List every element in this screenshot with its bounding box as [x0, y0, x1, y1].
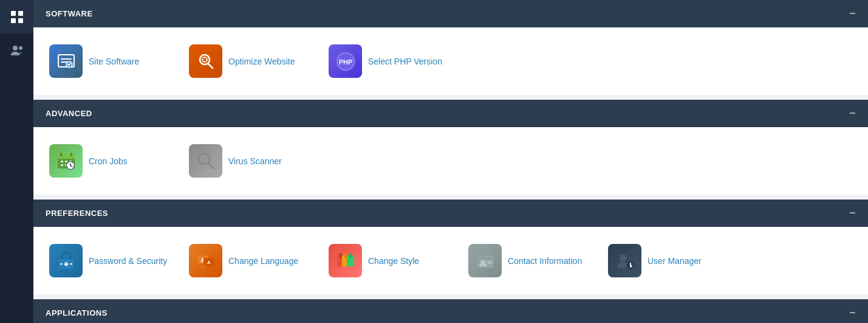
advanced-header[interactable]: ADVANCED −: [33, 100, 868, 127]
applications-section: APPLICATIONS − W WordPress Manager: [33, 299, 868, 323]
user-manager-label: User Manager: [648, 256, 702, 266]
main-content: SOFTWARE − Site Software: [33, 0, 868, 323]
select-php-label: Select PHP Version: [368, 57, 442, 66]
svg-point-4: [13, 46, 18, 50]
site-software-label: Site Software: [89, 57, 139, 66]
advanced-collapse-icon: −: [849, 107, 856, 120]
svg-text:PHP: PHP: [338, 58, 352, 66]
change-style-item[interactable]: Change Style: [325, 239, 459, 282]
svg-rect-50: [340, 253, 342, 258]
applications-collapse-icon: −: [849, 307, 856, 319]
svg-rect-22: [61, 161, 63, 162]
change-language-label: Change Language: [228, 256, 298, 266]
svg-point-59: [620, 254, 627, 262]
site-software-icon: [49, 44, 83, 78]
language-icon: あ A: [189, 244, 222, 277]
svg-rect-20: [60, 153, 62, 156]
svg-rect-3: [18, 18, 23, 23]
advanced-title: ADVANCED: [46, 109, 92, 118]
svg-text:***: ***: [64, 262, 67, 265]
software-header[interactable]: SOFTWARE −: [33, 0, 868, 27]
contact-information-label: Contact Information: [508, 256, 582, 266]
contact-icon: [468, 244, 502, 277]
advanced-section: ADVANCED −: [33, 100, 868, 195]
virus-scanner-item[interactable]: Virus Scanner: [185, 139, 319, 182]
optimize-website-label: Optimize Website: [228, 57, 295, 66]
preferences-body: *** Password & Security あ A Change Langu…: [33, 227, 868, 294]
preferences-collapse-icon: −: [849, 207, 856, 220]
password-security-label: Password & Security: [89, 256, 167, 266]
svg-rect-52: [349, 253, 352, 258]
advanced-body: Cron Jobs Virus Scanner: [33, 127, 868, 195]
site-software-item[interactable]: Site Software: [46, 40, 179, 83]
virus-scanner-label: Virus Scanner: [228, 156, 282, 166]
svg-rect-25: [61, 164, 63, 166]
svg-rect-1: [18, 11, 23, 16]
select-php-item[interactable]: PHP Select PHP Version: [325, 40, 459, 83]
software-collapse-icon: −: [849, 7, 856, 20]
contact-information-item[interactable]: Contact Information: [465, 239, 598, 282]
users-icon: [10, 44, 24, 57]
user-manager-icon: [608, 244, 641, 277]
grid-icon: [10, 10, 24, 24]
svg-rect-23: [65, 161, 67, 162]
svg-line-62: [630, 265, 632, 266]
svg-rect-21: [70, 153, 72, 156]
style-icon: [329, 244, 362, 277]
svg-rect-56: [479, 264, 487, 266]
optimize-website-item[interactable]: Optimize Website: [185, 40, 319, 83]
optimize-icon: [189, 44, 222, 78]
preferences-title: PREFERENCES: [46, 209, 108, 218]
software-section: SOFTWARE − Site Software: [33, 0, 868, 95]
sidebar-item-users[interactable]: [0, 33, 33, 67]
svg-point-33: [201, 156, 207, 162]
svg-rect-0: [11, 11, 16, 16]
svg-point-5: [19, 46, 22, 50]
sidebar: [0, 0, 33, 323]
svg-point-8: [200, 55, 210, 64]
svg-text:A: A: [207, 260, 211, 265]
svg-point-63: [630, 266, 631, 268]
preferences-section: PREFERENCES − *** Password & Security: [33, 200, 868, 294]
software-title: SOFTWARE: [46, 9, 93, 18]
svg-line-32: [208, 163, 214, 168]
preferences-header[interactable]: PREFERENCES −: [33, 200, 868, 227]
svg-line-9: [208, 64, 213, 68]
password-security-item[interactable]: *** Password & Security: [46, 239, 179, 282]
change-language-item[interactable]: あ A Change Language: [185, 239, 319, 282]
cron-icon: [49, 144, 83, 178]
applications-header[interactable]: APPLICATIONS −: [33, 299, 868, 323]
change-style-label: Change Style: [368, 256, 419, 266]
virus-icon: [189, 144, 222, 178]
svg-rect-51: [344, 253, 347, 258]
cron-jobs-item[interactable]: Cron Jobs: [46, 139, 179, 182]
applications-title: APPLICATIONS: [46, 308, 108, 318]
cron-jobs-label: Cron Jobs: [89, 156, 128, 166]
user-manager-item[interactable]: User Manager: [604, 239, 738, 282]
password-icon: ***: [49, 244, 83, 277]
sidebar-item-apps[interactable]: [0, 0, 33, 33]
php-icon: PHP: [329, 44, 362, 78]
software-body: Site Software Optimize Website: [33, 27, 868, 95]
svg-rect-2: [11, 18, 16, 23]
